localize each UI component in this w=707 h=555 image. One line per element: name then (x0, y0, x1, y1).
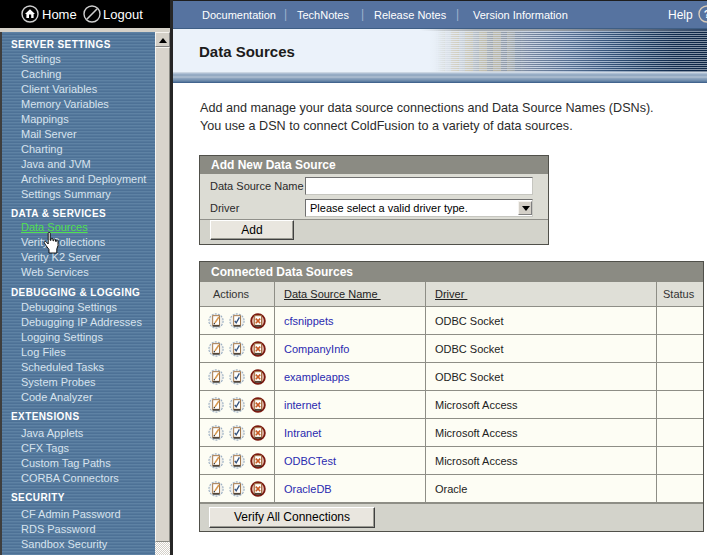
svg-text:?: ? (704, 8, 707, 20)
